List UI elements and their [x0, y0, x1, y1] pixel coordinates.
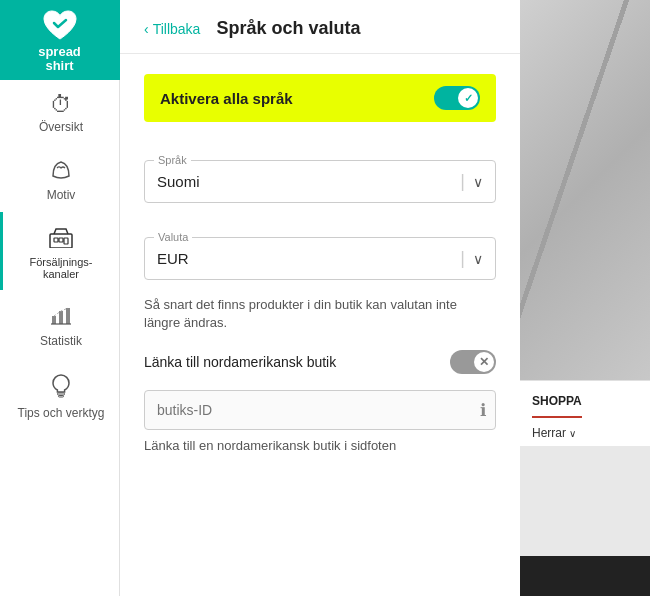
preview-panel: SHOPPA Herrar ∨ — [520, 0, 650, 596]
forsaljningskanaler-icon — [48, 226, 74, 252]
sprak-select[interactable]: Suomi | ∨ — [144, 160, 496, 203]
activate-toggle-wrap[interactable]: ✓ — [434, 86, 480, 110]
svg-rect-1 — [54, 238, 58, 242]
info-icon[interactable]: ℹ — [480, 400, 486, 421]
statistik-icon — [49, 304, 73, 330]
sidebar-item-motiv[interactable]: Motiv — [0, 144, 119, 212]
preview-herrar-chevron: ∨ — [569, 428, 576, 439]
activate-toggle[interactable]: ✓ — [434, 86, 480, 110]
valuta-label: Valuta — [154, 231, 192, 243]
sidebar-item-label: Försäljnings- kanaler — [30, 256, 93, 280]
sidebar-item-oversikt[interactable]: ⏱ Översikt — [0, 80, 119, 144]
svg-rect-7 — [58, 393, 65, 395]
sidebar-item-label: Motiv — [47, 188, 76, 202]
preview-herrar: Herrar ∨ — [532, 426, 638, 446]
svg-rect-0 — [50, 234, 72, 248]
na-toggle-thumb: ✕ — [474, 352, 494, 372]
sidebar-item-statistik[interactable]: Statistik — [0, 290, 119, 358]
preview-diagonal — [520, 0, 650, 380]
sidebar-item-label: Statistik — [40, 334, 82, 348]
back-link[interactable]: ‹ Tillbaka — [144, 21, 200, 37]
svg-rect-8 — [59, 396, 64, 398]
page-title: Språk och valuta — [216, 18, 360, 39]
valuta-info-text: Så snart det finns produkter i din butik… — [144, 296, 496, 332]
logo-text: spread shirt — [38, 45, 81, 74]
butiks-input-wrap: ℹ — [144, 390, 496, 430]
preview-shoppa-label: SHOPPA — [532, 394, 582, 418]
tips-icon — [50, 372, 72, 402]
sidebar: spread shirt ⏱ Översikt Motiv Försäljnin… — [0, 0, 120, 596]
sidebar-item-forsaljningskanaler[interactable]: Försäljnings- kanaler — [0, 212, 119, 290]
sidebar-logo: spread shirt — [0, 0, 120, 80]
header: ‹ Tillbaka Språk och valuta — [120, 0, 520, 54]
sidebar-item-tips-och-verktyg[interactable]: Tips och verktyg — [0, 358, 119, 430]
sprak-chevron-icon[interactable]: ∨ — [473, 174, 483, 190]
valuta-field-group: Valuta EUR | ∨ — [144, 219, 496, 280]
back-label: Tillbaka — [153, 21, 201, 37]
sprak-field-group: Språk Suomi | ∨ — [144, 142, 496, 203]
sprak-label: Språk — [154, 154, 191, 166]
preview-black-bar — [520, 556, 650, 596]
logo-heart-icon — [40, 7, 80, 43]
na-shop-toggle[interactable]: ✕ — [450, 350, 496, 374]
svg-rect-4 — [52, 316, 56, 324]
preview-herrar-label: Herrar — [532, 426, 566, 440]
valuta-value: EUR — [157, 250, 452, 267]
back-chevron-icon: ‹ — [144, 21, 149, 37]
footer-info-text: Länka till en nordamerikansk butik i sid… — [144, 438, 496, 453]
main-content: ‹ Tillbaka Språk och valuta Aktivera all… — [120, 0, 520, 596]
preview-image — [520, 0, 650, 380]
svg-rect-5 — [59, 311, 63, 324]
valuta-divider: | — [460, 248, 465, 269]
valuta-chevron-icon[interactable]: ∨ — [473, 251, 483, 267]
valuta-select[interactable]: EUR | ∨ — [144, 237, 496, 280]
motiv-icon — [49, 158, 73, 184]
butiks-id-input[interactable] — [144, 390, 496, 430]
na-shop-row: Länka till nordamerikansk butik ✕ — [144, 350, 496, 374]
activate-banner-text: Aktivera alla språk — [160, 90, 293, 107]
svg-rect-3 — [64, 238, 68, 244]
preview-nav: SHOPPA Herrar ∨ — [520, 380, 650, 446]
svg-rect-6 — [66, 308, 70, 324]
na-shop-toggle-wrap[interactable]: ✕ — [450, 350, 496, 374]
sidebar-item-label: Tips och verktyg — [18, 406, 105, 420]
na-shop-label: Länka till nordamerikansk butik — [144, 354, 336, 370]
toggle-thumb: ✓ — [458, 88, 478, 108]
content-area: Aktivera alla språk ✓ Språk Suomi | ∨ Va… — [120, 54, 520, 596]
sprak-divider: | — [460, 171, 465, 192]
sidebar-item-label: Översikt — [39, 120, 83, 134]
oversikt-icon: ⏱ — [50, 94, 72, 116]
sprak-value: Suomi — [157, 173, 452, 190]
svg-rect-2 — [59, 238, 63, 242]
activate-banner: Aktivera alla språk ✓ — [144, 74, 496, 122]
